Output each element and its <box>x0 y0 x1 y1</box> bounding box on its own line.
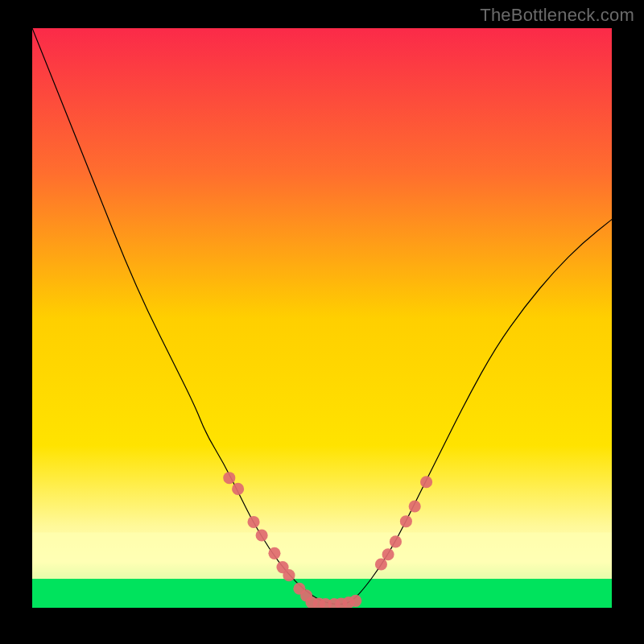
pale-yellow-band <box>32 532 612 579</box>
marker-point <box>232 483 244 495</box>
marker-point <box>390 535 402 547</box>
chart-frame: TheBottleneck.com <box>0 0 644 644</box>
marker-point <box>400 515 412 527</box>
marker-point <box>223 472 235 484</box>
watermark-text: TheBottleneck.com <box>480 5 634 26</box>
marker-point <box>382 548 394 560</box>
marker-point <box>247 516 259 528</box>
marker-point <box>283 569 295 581</box>
marker-point <box>375 558 387 570</box>
marker-point <box>420 476 432 488</box>
chart-plot <box>32 28 612 608</box>
marker-point <box>409 500 421 512</box>
gradient-background <box>32 28 612 608</box>
marker-point <box>256 529 268 541</box>
marker-point <box>268 547 280 559</box>
marker-point <box>349 595 361 607</box>
